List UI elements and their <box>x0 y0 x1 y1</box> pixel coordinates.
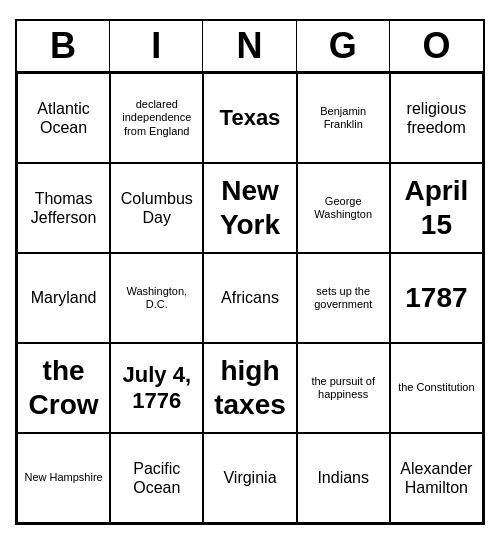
bingo-cell-16: July 4, 1776 <box>110 343 203 433</box>
bingo-cell-18: the pursuit of happiness <box>297 343 390 433</box>
header-letter: I <box>110 21 203 71</box>
bingo-cell-2: Texas <box>203 73 296 163</box>
header-letter: N <box>203 21 296 71</box>
bingo-grid: Atlantic Oceandeclared independence from… <box>17 73 483 523</box>
bingo-card: BINGO Atlantic Oceandeclared independenc… <box>15 19 485 525</box>
header-letter: O <box>390 21 483 71</box>
bingo-cell-17: high taxes <box>203 343 296 433</box>
bingo-cell-14: 1787 <box>390 253 483 343</box>
bingo-cell-19: the Constitution <box>390 343 483 433</box>
bingo-cell-21: Pacific Ocean <box>110 433 203 523</box>
bingo-cell-4: religious freedom <box>390 73 483 163</box>
bingo-cell-11: Washington, D.C. <box>110 253 203 343</box>
bingo-header: BINGO <box>17 21 483 73</box>
bingo-cell-24: Alexander Hamilton <box>390 433 483 523</box>
header-letter: B <box>17 21 110 71</box>
bingo-cell-22: Virginia <box>203 433 296 523</box>
bingo-cell-10: Maryland <box>17 253 110 343</box>
bingo-cell-7: New York <box>203 163 296 253</box>
bingo-cell-1: declared independence from England <box>110 73 203 163</box>
bingo-cell-9: April 15 <box>390 163 483 253</box>
bingo-cell-0: Atlantic Ocean <box>17 73 110 163</box>
bingo-cell-13: sets up the government <box>297 253 390 343</box>
bingo-cell-5: Thomas Jefferson <box>17 163 110 253</box>
header-letter: G <box>297 21 390 71</box>
bingo-cell-12: Africans <box>203 253 296 343</box>
bingo-cell-3: Benjamin Franklin <box>297 73 390 163</box>
bingo-cell-6: Columbus Day <box>110 163 203 253</box>
bingo-cell-20: New Hampshire <box>17 433 110 523</box>
bingo-cell-8: George Washington <box>297 163 390 253</box>
bingo-cell-15: the Crow <box>17 343 110 433</box>
bingo-cell-23: Indians <box>297 433 390 523</box>
